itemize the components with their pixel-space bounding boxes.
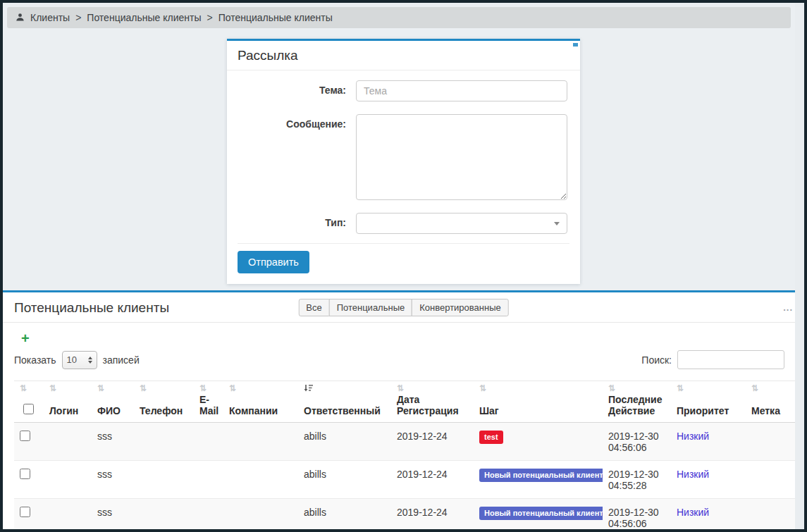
col-label: Метка (751, 405, 780, 416)
select-all-checkbox[interactable] (23, 404, 34, 414)
cell-email (194, 423, 223, 461)
breadcrumb-item-clients[interactable]: Клиенты (30, 12, 70, 23)
filter-potential-button[interactable]: Потенциальные (329, 299, 413, 316)
cell-label (746, 461, 795, 499)
clients-panel-header: Потенциальные клиенты Все Потенциальные … (3, 292, 804, 323)
col-header-phone[interactable]: ⇅Телефон (134, 381, 194, 423)
sort-icon: ⇅ (677, 384, 683, 392)
filter-button-group: Все Потенциальные Конвертированные (298, 299, 508, 316)
col-label: E-Mail (199, 394, 218, 416)
sort-icon: ⇅ (229, 384, 235, 392)
row-checkbox[interactable] (20, 507, 30, 517)
priority-link[interactable]: Низкий (677, 507, 709, 518)
filter-converted-button[interactable]: Конвертированные (412, 299, 509, 316)
col-label: Последние Действие (608, 394, 662, 416)
user-icon (16, 13, 25, 22)
cell-last_action: 2019-12-30 04:56:06 (603, 423, 671, 461)
step-badge: Новый потенциальный клиент (479, 507, 603, 520)
cell-fio: sss (92, 499, 134, 532)
filter-all-button[interactable]: Все (298, 299, 329, 316)
subject-input[interactable] (356, 80, 567, 101)
table-body: sssabills2019-12-24test2019-12-30 04:56:… (14, 423, 803, 532)
row-checkbox[interactable] (20, 469, 30, 479)
mailing-panel-header: Рассылка (227, 41, 580, 70)
cell-login (44, 461, 92, 499)
chevron-down-icon (554, 222, 560, 225)
message-textarea[interactable] (356, 114, 567, 200)
cell-phone (134, 499, 194, 532)
cell-priority: Низкий (671, 461, 746, 499)
search-label: Поиск: (641, 354, 672, 366)
records-label: записей (103, 354, 140, 366)
page-length-value: 10 (67, 354, 77, 365)
col-header-priority[interactable]: ⇅Приоритет (671, 381, 746, 423)
col-header-responsible[interactable]: Ответственный (298, 381, 391, 423)
sort-icon: ⇅ (199, 384, 206, 392)
col-header-label[interactable]: ⇅Метка (746, 381, 795, 423)
cell-priority: Низкий (671, 499, 746, 532)
clients-title: Потенциальные клиенты (14, 299, 169, 316)
sort-icon: ⇅ (140, 384, 146, 392)
col-header-last_action[interactable]: ⇅Последние Действие (603, 381, 671, 423)
scrollbar[interactable] (795, 3, 804, 529)
cell-step: Новый потенциальный клиент (474, 461, 603, 499)
mailing-title: Рассылка (238, 48, 569, 63)
cell-company (223, 423, 298, 461)
show-label: Показать (14, 354, 56, 366)
col-header-check[interactable]: ⇅ (14, 381, 44, 423)
page-length-select[interactable]: 10 (62, 351, 97, 369)
cell-label (746, 499, 795, 532)
col-label: Приоритет (677, 405, 729, 416)
col-label: ФИО (97, 405, 121, 416)
table-row: sssabills2019-12-24Новый потенциальный к… (14, 461, 803, 499)
cell-check (14, 499, 44, 532)
cell-login (44, 499, 92, 532)
type-select[interactable] (356, 213, 567, 234)
divider (238, 243, 569, 244)
sort-icon: ⇅ (20, 384, 26, 392)
add-client-icon[interactable]: + (21, 331, 30, 345)
row-checkbox[interactable] (20, 431, 30, 441)
col-header-reg_date[interactable]: ⇅Дата Регистрация (391, 381, 474, 423)
table-controls: Показать 10 записей Поиск: (14, 350, 804, 369)
step-badge: Новый потенциальный клиент (479, 469, 603, 482)
cell-responsible: abills (298, 423, 391, 461)
cell-reg_date: 2019-12-24 (391, 423, 474, 461)
cell-company (223, 499, 298, 532)
stepper-arrows-icon (88, 357, 92, 364)
col-header-fio[interactable]: ⇅ФИО (92, 381, 134, 423)
col-label: Телефон (140, 405, 183, 416)
col-header-login[interactable]: ⇅Логин (44, 381, 92, 423)
cell-last_action: 2019-12-30 04:55:28 (603, 461, 671, 499)
clients-table: ⇅⇅Логин⇅ФИО⇅Телефон⇅E-Mail⇅КомпанииОтвет… (14, 381, 803, 532)
col-header-email[interactable]: ⇅E-Mail (194, 381, 223, 423)
col-header-step[interactable]: ⇅Шаг (474, 381, 603, 423)
cell-priority: Низкий (671, 423, 746, 461)
search-input[interactable] (677, 350, 784, 369)
cell-responsible: abills (298, 499, 391, 532)
send-button[interactable]: Отправить (238, 251, 309, 273)
table-row: sssabills2019-12-24Новый потенциальный к… (14, 499, 803, 532)
sort-icon: ⇅ (751, 384, 758, 392)
step-badge: test (479, 431, 503, 444)
breadcrumb-item-potential-clients[interactable]: Потенциальные клиенты (87, 12, 201, 23)
cell-check (14, 461, 44, 499)
cell-email (194, 499, 223, 532)
priority-link[interactable]: Низкий (677, 469, 709, 480)
more-options-icon[interactable]: ... (783, 304, 793, 311)
priority-link[interactable]: Низкий (677, 431, 709, 442)
cell-reg_date: 2019-12-24 (391, 499, 474, 532)
sort-desc-icon (304, 384, 313, 394)
clients-panel-body: + Показать 10 записей Поиск: (3, 323, 804, 532)
panel-corner-icon (573, 43, 578, 47)
clients-panel: Потенциальные клиенты Все Потенциальные … (3, 290, 804, 532)
col-label: Шаг (479, 405, 499, 416)
mailing-panel-body: Тема: Сообщение: Тип: Отправить (227, 70, 580, 284)
cell-step: Новый потенциальный клиент (474, 499, 603, 532)
cell-company (223, 461, 298, 499)
cell-phone (134, 423, 194, 461)
col-header-company[interactable]: ⇅Компании (223, 381, 298, 423)
col-label: Дата Регистрация (397, 394, 459, 416)
subject-label: Тема: (238, 80, 356, 101)
cell-email (194, 461, 223, 499)
